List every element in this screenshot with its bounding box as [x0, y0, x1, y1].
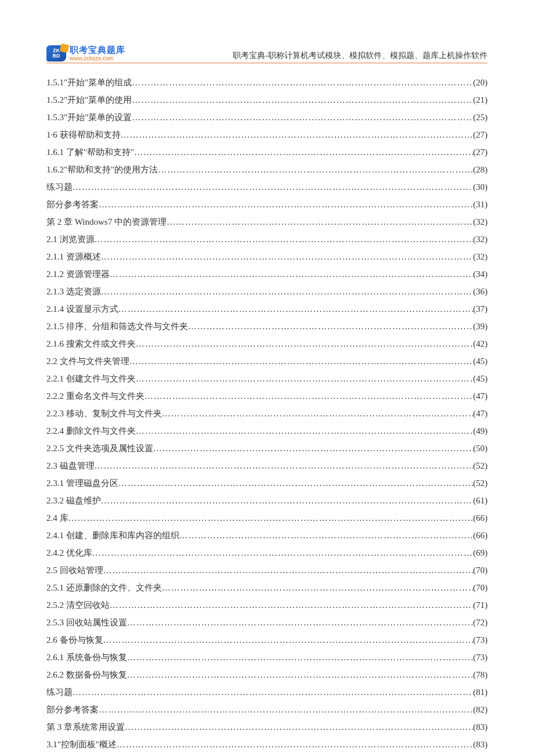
toc-leader-dots: [117, 736, 473, 753]
toc-label: 1.6.1 了解"帮助和支持": [46, 143, 134, 161]
toc-label: 1.5.2"开始"菜单的使用: [46, 91, 132, 109]
toc-page: (52): [473, 474, 488, 492]
toc-row: 2.6 备份与恢复 (73): [46, 631, 488, 649]
toc-page: (42): [473, 335, 488, 352]
toc-row: 1.6.2"帮助和支持"的使用方法 (28): [46, 161, 488, 178]
toc-row: 1.5.3"开始"菜单的设置 (25): [46, 109, 488, 126]
toc-page: (34): [473, 265, 488, 283]
toc-leader-dots: [95, 457, 474, 474]
toc-label: 2.1 浏览资源: [46, 231, 95, 248]
toc-leader-dots: [95, 231, 474, 248]
toc-label: 2.6.2 数据备份与恢复: [46, 666, 127, 683]
toc-leader-dots: [162, 405, 473, 422]
toc-leader-dots: [121, 126, 474, 143]
toc-row: 2.3.2 磁盘维护 (61): [46, 492, 488, 509]
toc-leader-dots: [162, 579, 473, 596]
toc-label: 3.1"控制面板"概述: [46, 736, 117, 753]
toc-row: 2.4 库 (66): [46, 509, 488, 527]
toc-label: 2.5.1 还原删除的文件、文件夹: [46, 579, 162, 596]
toc-row: 2.1.5 排序、分组和筛选文件与文件夹 (39): [46, 318, 488, 335]
toc-leader-dots: [127, 649, 473, 666]
toc-label: 1·6 获得帮助和支持: [46, 126, 121, 143]
toc-row: 1.5.1"开始"菜单的组成 (20): [46, 74, 488, 91]
toc-page: (72): [473, 614, 488, 631]
toc-page: (32): [473, 231, 488, 248]
toc-row: 2.2.1 创建文件与文件夹 (45): [46, 370, 488, 387]
logo-text: 职考宝典题库 www.zckszx.com: [70, 45, 125, 62]
toc-leader-dots: [99, 701, 473, 718]
toc-label: 2.5 回收站管理: [46, 561, 103, 579]
toc-row: 2.2.4 删除文件与文件夹 (49): [46, 422, 488, 440]
toc-label: 2.2.1 创建文件与文件夹: [46, 370, 136, 387]
toc-row: 练习题 (30): [46, 178, 488, 196]
toc-page: (25): [473, 109, 488, 126]
toc-row: 2.5.1 还原删除的文件、文件夹 (70): [46, 579, 488, 596]
toc-leader-dots: [99, 196, 473, 213]
toc-page: (49): [473, 422, 488, 440]
toc-leader-dots: [118, 474, 473, 492]
toc-leader-dots: [101, 283, 473, 300]
toc-page: (45): [473, 352, 488, 370]
toc-label: 2.5.3 回收站属性设置: [46, 614, 127, 631]
toc-row: 2.2.3 移动、复制文件与文件夹 (47): [46, 405, 488, 422]
toc-label: 2.4.1 创建、删除库和库内容的组织: [46, 527, 179, 544]
toc-row: 2.3 磁盘管理 (52): [46, 457, 488, 474]
toc-row: 2.4.1 创建、删除库和库内容的组织 (66): [46, 527, 488, 544]
logo: ZKBD 职考宝典题库 www.zckszx.com: [46, 45, 125, 62]
toc-leader-dots: [136, 335, 473, 352]
toc-label: 2.4 库: [46, 509, 68, 527]
toc-label: 2.6.1 系统备份与恢复: [46, 649, 127, 666]
toc-row: 2.1.3 选定资源 (36): [46, 283, 488, 300]
toc-label: 2.1.2 资源管理器: [46, 265, 110, 283]
document-page: ZKBD 职考宝典题库 www.zckszx.com 职考宝典-职称计算机考试模…: [0, 0, 534, 756]
toc-leader-dots: [132, 91, 473, 109]
toc-label: 2.1.4 设置显示方式: [46, 300, 118, 318]
toc-leader-dots: [132, 109, 473, 126]
toc-label: 1.6.2"帮助和支持"的使用方法: [46, 161, 158, 178]
toc-leader-dots: [158, 161, 473, 178]
logo-cn: 职考宝典题库: [70, 45, 125, 55]
toc-label: 2.2 文件与文件夹管理: [46, 352, 129, 370]
toc-label: 2.1.3 选定资源: [46, 283, 101, 300]
toc-leader-dots: [110, 265, 473, 283]
toc-page: (27): [473, 143, 488, 161]
toc-label: 练习题: [46, 683, 73, 701]
toc-page: (20): [473, 74, 488, 91]
toc-page: (45): [473, 370, 488, 387]
toc-label: 2.2.3 移动、复制文件与文件夹: [46, 405, 162, 422]
toc-page: (73): [473, 649, 488, 666]
toc-page: (52): [473, 457, 488, 474]
toc-page: (61): [473, 492, 488, 509]
toc-page: (28): [473, 161, 488, 178]
toc-leader-dots: [129, 352, 474, 370]
toc-page: (69): [473, 544, 488, 561]
toc-label: 部分参考答案: [46, 701, 99, 718]
toc-page: (39): [473, 318, 488, 335]
toc-label: 2.3.1 管理磁盘分区: [46, 474, 118, 492]
toc-page: (78): [473, 666, 488, 683]
toc-leader-dots: [179, 527, 473, 544]
toc-label: 1.5.1"开始"菜单的组成: [46, 74, 132, 91]
toc-row: 2.1.4 设置显示方式 (37): [46, 300, 488, 318]
toc-page: (21): [473, 91, 488, 109]
toc-label: 2.3.2 磁盘维护: [46, 492, 101, 509]
toc-leader-dots: [103, 561, 474, 579]
toc-page: (32): [473, 213, 488, 231]
toc-label: 2.2.2 重命名文件与文件夹: [46, 387, 145, 405]
toc-page: (81): [473, 683, 488, 701]
toc-label: 部分参考答案: [46, 196, 99, 213]
toc-label: 练习题: [46, 178, 73, 196]
toc-page: (32): [473, 248, 488, 265]
toc-row: 2.2.5 文件夹选项及属性设置 (50): [46, 440, 488, 457]
toc-page: (50): [473, 440, 488, 457]
toc-row: 2.2 文件与文件夹管理 (45): [46, 352, 488, 370]
toc-leader-dots: [118, 300, 473, 318]
toc-label: 2.3 磁盘管理: [46, 457, 95, 474]
toc-page: (70): [473, 561, 488, 579]
toc-page: (47): [473, 405, 488, 422]
toc-leader-dots: [68, 509, 474, 527]
toc-row: 2.1 浏览资源 (32): [46, 231, 488, 248]
toc-leader-dots: [127, 614, 473, 631]
logo-icon: ZKBD: [46, 45, 66, 62]
toc-label: 2.2.4 删除文件与文件夹: [46, 422, 136, 440]
